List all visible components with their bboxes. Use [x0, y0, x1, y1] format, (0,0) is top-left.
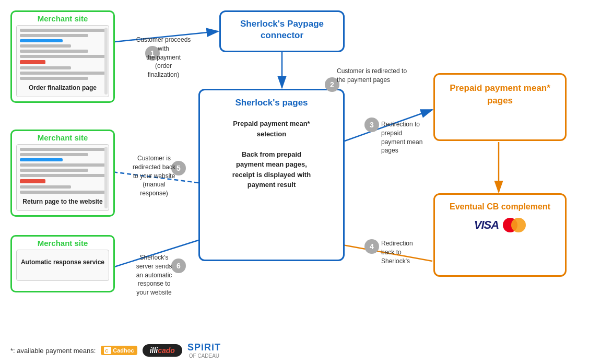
page-line [20, 163, 105, 167]
eventual-title: Eventual CB complement [441, 201, 559, 213]
sp-line7: payment result [209, 180, 334, 190]
mc-right [511, 218, 526, 232]
step-2-label: Customer is redirected tothe payment pag… [337, 67, 410, 85]
merchant-title-auto: Merchant site [12, 237, 113, 250]
page-line [20, 174, 105, 177]
spirit-sub: OF CADEAU [189, 353, 219, 359]
sp-line1: Prepaid payment mean* [209, 119, 334, 129]
sp-line5: payment mean pages, [209, 159, 334, 170]
merchant-content-auto: Automatic response service [16, 250, 109, 281]
scrollbar [104, 28, 108, 95]
page-line [20, 148, 105, 151]
page-line [20, 169, 88, 172]
page-line [20, 77, 88, 80]
page-line [20, 191, 105, 194]
card-logos: VISA [441, 218, 559, 232]
spirit-logo-container: SPiRiT OF CADEAU [187, 342, 221, 359]
footer-note: *: available payment means: [10, 347, 96, 355]
page-line [20, 72, 105, 75]
paypage-box: Sherlock's Paypage connector [219, 10, 345, 52]
merchant-content-return: Return page to the website [16, 144, 109, 211]
page-line [20, 153, 88, 156]
spirit-logo: SPiRiT [187, 342, 221, 353]
page-line [20, 29, 105, 32]
merchant-box-auto: Merchant site Automatic response service [10, 235, 115, 292]
illicado-illi: illi [150, 346, 158, 355]
page-line [20, 34, 88, 37]
scrollbar [104, 147, 108, 208]
sherlocks-pages-title: Sherlock's pages [209, 98, 334, 108]
cadhoc-label: Cadhoc [113, 347, 134, 354]
cadhoc-badge: C Cadhoc [101, 346, 137, 355]
paypage-title: Sherlock's Paypage connector [229, 18, 335, 41]
diagram: Merchant site Order finalization page Me… [0, 0, 589, 339]
illicado-badge: illicado [143, 344, 182, 357]
step-5-label: Customer isredirected backto your websit… [125, 154, 183, 198]
visa-logo: VISA [474, 218, 499, 232]
mastercard-logo [503, 218, 526, 232]
merchant-box-return: Merchant site Return page to the website [10, 130, 115, 217]
return-page-label: Return page to the website [20, 196, 105, 207]
sherlocks-pages-box: Sherlock's pages Prepaid payment mean* s… [198, 89, 345, 261]
step-4-label: Redirectionback toSherlock's [381, 239, 433, 265]
page-line [20, 185, 71, 189]
sp-line2: selection [209, 129, 334, 139]
sherlocks-pages-body: Prepaid payment mean* selection Back fro… [209, 119, 334, 190]
merchant-content-order: Order finalization page [16, 25, 109, 97]
page-line [20, 158, 63, 161]
order-page-label: Order finalization page [20, 82, 105, 93]
step-4-circle: 4 [364, 239, 379, 254]
page-line [20, 179, 45, 183]
step-3-circle: 3 [364, 118, 379, 132]
sp-line6: receipt is displayed with [209, 170, 334, 180]
merchant-title-order: Merchant site [12, 12, 113, 25]
illicado-cado: cado [158, 346, 175, 355]
page-line [20, 55, 105, 58]
step-6-label: Sherlock'sserver sendsan automaticrespon… [125, 253, 183, 297]
page-line [20, 50, 88, 53]
page-line [20, 66, 71, 69]
step-3-label: Redirection toprepaidpayment meanpages [381, 120, 433, 155]
merchant-title-return: Merchant site [12, 131, 113, 144]
footer: *: available payment means: C Cadhoc ill… [10, 342, 221, 359]
merchant-box-order: Merchant site Order finalization page [10, 10, 115, 103]
prepaid-title: Prepaid payment mean* pages [441, 82, 559, 107]
eventual-box: Eventual CB complement VISA [433, 193, 567, 277]
cadhoc-icon: C [104, 347, 111, 354]
prepaid-box: Prepaid payment mean* pages [433, 73, 567, 141]
step-1-label: Customer proceeds withthe payment(orderf… [135, 36, 192, 79]
page-line [20, 44, 71, 48]
auto-page-label: Automatic response service [20, 253, 105, 268]
page-line [20, 39, 63, 42]
svg-text:C: C [105, 348, 109, 354]
sp-line4: Back from prepaid [209, 149, 334, 160]
page-line [20, 60, 45, 64]
